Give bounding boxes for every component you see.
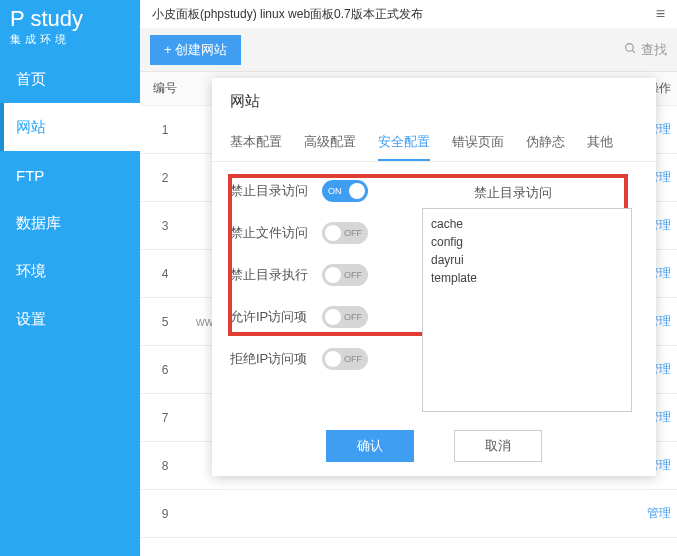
- hamburger-icon[interactable]: ≡: [656, 5, 665, 23]
- search-label: 查找: [641, 41, 667, 59]
- create-site-button[interactable]: 创建网站: [150, 35, 241, 65]
- nav-item-0[interactable]: 首页: [0, 55, 140, 103]
- nav-item-5[interactable]: 设置: [0, 295, 140, 343]
- label-deny-exec: 禁止目录执行: [230, 264, 322, 284]
- table-row: 9管理: [140, 490, 677, 538]
- modal-tab-1[interactable]: 高级配置: [304, 125, 356, 161]
- svg-line-1: [632, 50, 635, 53]
- modal-tab-2[interactable]: 安全配置: [378, 125, 430, 161]
- sidebar: P study 集成环境 首页网站FTP数据库环境设置: [0, 0, 140, 556]
- site-modal: 网站 基本配置高级配置安全配置错误页面伪静态其他 禁止目录访问 ON 禁止文件访…: [212, 78, 656, 476]
- nav-item-2[interactable]: FTP: [0, 151, 140, 199]
- modal-tab-0[interactable]: 基本配置: [230, 125, 282, 161]
- search-icon: [624, 42, 637, 58]
- nav-item-3[interactable]: 数据库: [0, 199, 140, 247]
- nav-item-4[interactable]: 环境: [0, 247, 140, 295]
- toggle-allow-ip[interactable]: OFF: [322, 306, 368, 328]
- nav-item-1[interactable]: 网站: [0, 103, 140, 151]
- svg-point-0: [626, 43, 634, 51]
- toggle-deny-ip[interactable]: OFF: [322, 348, 368, 370]
- label-deny-ip: 拒绝IP访问项: [230, 348, 322, 368]
- modal-title: 网站: [212, 78, 656, 119]
- modal-tab-4[interactable]: 伪静态: [526, 125, 565, 161]
- textarea-head: 禁止目录访问: [474, 184, 552, 202]
- deny-dir-textarea[interactable]: [422, 208, 632, 412]
- modal-tab-3[interactable]: 错误页面: [452, 125, 504, 161]
- cancel-button[interactable]: 取消: [454, 430, 542, 462]
- label-allow-ip: 允许IP访问项: [230, 306, 322, 326]
- label-deny-dir: 禁止目录访问: [230, 180, 322, 200]
- label-deny-file: 禁止文件访问: [230, 222, 322, 242]
- toggle-deny-dir[interactable]: ON: [322, 180, 368, 202]
- row-manage-link[interactable]: 管理: [647, 505, 677, 522]
- top-notice: 小皮面板(phpstudy) linux web面板0.7版本正式发布: [152, 6, 423, 23]
- ok-button[interactable]: 确认: [326, 430, 414, 462]
- modal-tab-5[interactable]: 其他: [587, 125, 613, 161]
- toggle-deny-exec[interactable]: OFF: [322, 264, 368, 286]
- toggle-deny-file[interactable]: OFF: [322, 222, 368, 244]
- brand-logo: P study 集成环境: [0, 0, 140, 55]
- toolbar: 创建网站 查找: [140, 28, 677, 72]
- search-box[interactable]: 查找: [624, 41, 667, 59]
